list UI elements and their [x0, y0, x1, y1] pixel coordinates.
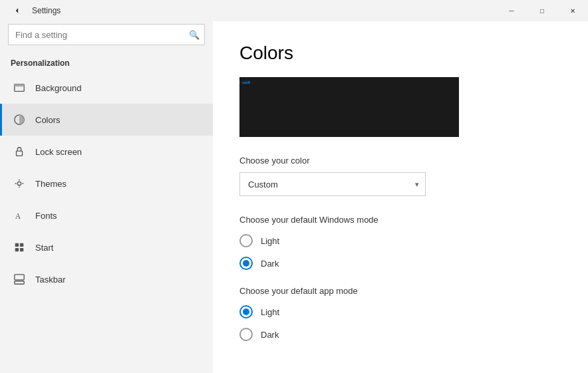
titlebar: Settings ─ □ ✕: [0, 0, 588, 21]
colors-icon: [13, 113, 26, 126]
sidebar-item-lockscreen-label: Lock screen: [35, 147, 82, 157]
app-mode-light-radio[interactable]: [239, 305, 253, 318]
svg-rect-26: [245, 82, 246, 82]
svg-point-4: [17, 182, 21, 185]
sidebar-item-start-label: Start: [35, 243, 53, 253]
sidebar-item-taskbar-label: Taskbar: [35, 275, 66, 285]
page-title: Colors: [239, 43, 561, 64]
svg-rect-27: [246, 82, 247, 82]
color-dropdown[interactable]: Custom Light Dark: [239, 172, 426, 196]
search-icon: 🔍: [189, 30, 200, 40]
close-button[interactable]: ✕: [557, 0, 588, 21]
sidebar-item-colors-label: Colors: [35, 115, 61, 125]
sidebar-item-fonts-label: Fonts: [35, 211, 57, 221]
lockscreen-icon: [13, 145, 26, 158]
themes-icon: [13, 177, 26, 190]
fonts-icon: A: [13, 209, 26, 222]
svg-rect-6: [15, 243, 19, 247]
svg-rect-9: [20, 248, 23, 251]
app-mode-label: Choose your default app mode: [239, 286, 561, 296]
sidebar-item-themes[interactable]: Themes: [0, 168, 213, 199]
windows-mode-dark-radio-fill: [243, 260, 249, 267]
sidebar-item-background[interactable]: Background: [0, 72, 213, 104]
choose-color-label: Choose your color: [239, 156, 561, 166]
titlebar-left: Settings: [8, 0, 61, 21]
start-icon: [13, 241, 26, 254]
app-mode-dark-radio[interactable]: [239, 328, 253, 341]
svg-rect-7: [20, 243, 23, 247]
windows-mode-light[interactable]: Light: [239, 234, 561, 247]
color-dropdown-container: Custom Light Dark ▾: [239, 172, 426, 196]
svg-rect-10: [15, 281, 24, 285]
minimize-button[interactable]: ─: [496, 0, 527, 21]
svg-rect-29: [246, 83, 247, 84]
titlebar-controls: ─ □ ✕: [496, 0, 588, 21]
svg-rect-3: [17, 151, 23, 156]
main-content: Colors: [213, 21, 588, 373]
personalization-heading: Personalization: [0, 53, 213, 72]
svg-rect-8: [15, 248, 19, 251]
maximize-button[interactable]: □: [527, 0, 557, 21]
svg-rect-1: [15, 84, 24, 87]
back-button[interactable]: [8, 0, 27, 21]
app-mode-light[interactable]: Light: [239, 305, 561, 318]
app-mode-radio-group: Light Dark: [239, 305, 561, 341]
titlebar-title: Settings: [32, 6, 61, 15]
search-input[interactable]: [8, 24, 205, 45]
sidebar-item-start[interactable]: Start: [0, 231, 213, 263]
windows-mode-light-label: Light: [261, 236, 279, 246]
app-mode-dark[interactable]: Dark: [239, 328, 561, 341]
app-container: 🔍 Personalization Background Colors: [0, 21, 588, 373]
sidebar-item-fonts[interactable]: A Fonts: [0, 199, 213, 231]
sidebar-item-taskbar[interactable]: Taskbar: [0, 263, 213, 295]
taskbar-icon: [13, 273, 26, 286]
search-container: 🔍: [8, 24, 205, 45]
sidebar-item-lockscreen[interactable]: Lock screen: [0, 136, 213, 168]
sidebar-item-colors[interactable]: Colors: [0, 104, 213, 136]
svg-rect-11: [15, 275, 24, 280]
svg-rect-23: [242, 81, 247, 82]
windows-mode-label: Choose your default Windows mode: [239, 215, 561, 225]
svg-rect-28: [245, 83, 246, 84]
app-mode-light-radio-fill: [243, 309, 249, 315]
svg-text:A: A: [15, 212, 21, 221]
windows-mode-dark[interactable]: Dark: [239, 257, 561, 270]
app-mode-dark-label: Dark: [261, 330, 279, 340]
windows-mode-light-radio[interactable]: [239, 234, 253, 247]
app-mode-light-label: Light: [261, 307, 279, 317]
windows-mode-dark-radio[interactable]: [239, 257, 253, 270]
sidebar-item-background-label: Background: [35, 83, 81, 93]
windows-mode-dark-label: Dark: [261, 259, 279, 269]
color-preview-image: Aa: [239, 77, 459, 137]
sidebar-item-themes-label: Themes: [35, 179, 67, 189]
sidebar: 🔍 Personalization Background Colors: [0, 21, 213, 373]
background-icon: [13, 81, 26, 94]
windows-mode-radio-group: Light Dark: [239, 234, 561, 270]
